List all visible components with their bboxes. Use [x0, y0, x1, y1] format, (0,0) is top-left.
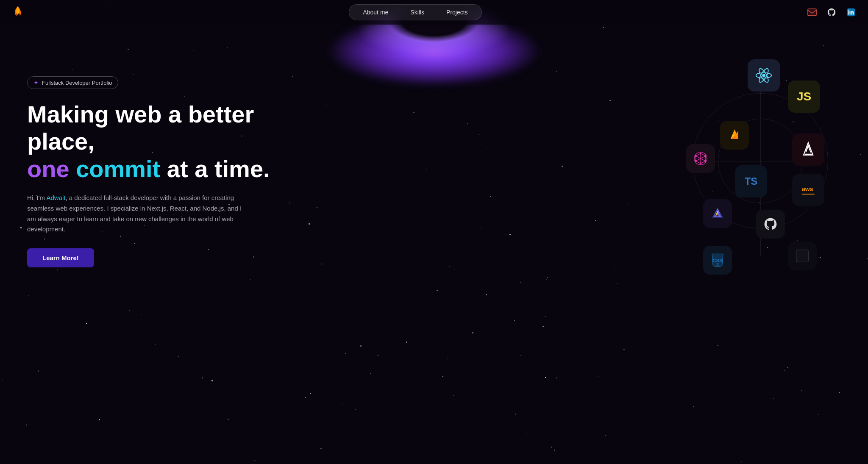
headline-word-after: at a time.: [167, 156, 270, 182]
tech-icon-aws: aws: [792, 174, 824, 206]
svg-point-3: [849, 10, 850, 11]
navbar: About me Skills Projects: [0, 0, 868, 25]
arch-svg: [799, 140, 818, 159]
nav-item-projects[interactable]: Projects: [436, 6, 478, 18]
github2-svg: [763, 217, 778, 232]
nav-menu: About me Skills Projects: [349, 4, 481, 20]
description-before: Hi, I'm: [27, 194, 46, 201]
hero-description: Hi, I'm Adwait, a dedicated full-stack d…: [27, 193, 248, 235]
tech-wheel: JS: [680, 42, 841, 280]
nav-item-skills[interactable]: Skills: [400, 6, 434, 18]
svg-rect-2: [849, 11, 850, 14]
svg-rect-26: [796, 250, 809, 262]
headline-word-purple: one: [27, 156, 70, 182]
cta-button[interactable]: Learn More!: [27, 248, 94, 267]
tech-icon-css3: CSS 3: [703, 246, 732, 275]
js-text: JS: [797, 91, 811, 103]
tech-icon-extra: [788, 242, 817, 270]
svg-point-4: [762, 74, 765, 77]
react-svg: [754, 66, 773, 85]
badge-text: Fullstack Developer Portfolio: [42, 80, 112, 86]
headline-line1: Making web a better place,: [27, 101, 254, 155]
tech-icon-react: [748, 59, 780, 92]
tech-wheel-section: JS: [680, 42, 841, 280]
ts-text: TS: [745, 176, 758, 186]
svg-rect-0: [808, 9, 816, 16]
tech-icon-ts: TS: [735, 165, 767, 197]
tech-icon-arch: [792, 133, 824, 166]
css3-svg: CSS 3: [710, 253, 725, 268]
firebase-svg: [727, 128, 742, 143]
graphql-svg: [693, 151, 708, 166]
hero-left: ✦ Fullstack Developer Portfolio Making w…: [27, 34, 281, 267]
extra-svg: [795, 248, 810, 264]
tech-icon-js: JS: [788, 81, 820, 113]
tech-icon-vite: [703, 199, 732, 228]
svg-text:3: 3: [717, 263, 719, 267]
developer-name: Adwait: [46, 194, 65, 201]
tech-icon-firebase: [720, 121, 749, 150]
github-nav-icon[interactable]: [825, 6, 838, 19]
linkedin-nav-icon[interactable]: [844, 6, 858, 19]
main-content: ✦ Fullstack Developer Portfolio Making w…: [0, 0, 868, 464]
badge-sparkle-icon: ✦: [33, 79, 39, 86]
email-icon[interactable]: [805, 6, 819, 19]
headline-line2: one commit at a time.: [27, 156, 281, 183]
vite-svg: [710, 206, 725, 221]
tech-icon-github: [756, 210, 785, 239]
nav-item-about[interactable]: About me: [353, 6, 398, 18]
logo[interactable]: [10, 5, 25, 20]
hero-badge: ✦ Fullstack Developer Portfolio: [27, 76, 118, 89]
headline: Making web a better place, one commit at…: [27, 101, 281, 183]
logo-icon: [11, 6, 25, 19]
headline-word-cyan: commit: [76, 156, 160, 182]
aws-text: aws: [802, 185, 815, 194]
nav-social-icons: [805, 6, 858, 19]
svg-text:CSS: CSS: [712, 258, 723, 263]
tech-icon-graphql: [686, 144, 715, 173]
